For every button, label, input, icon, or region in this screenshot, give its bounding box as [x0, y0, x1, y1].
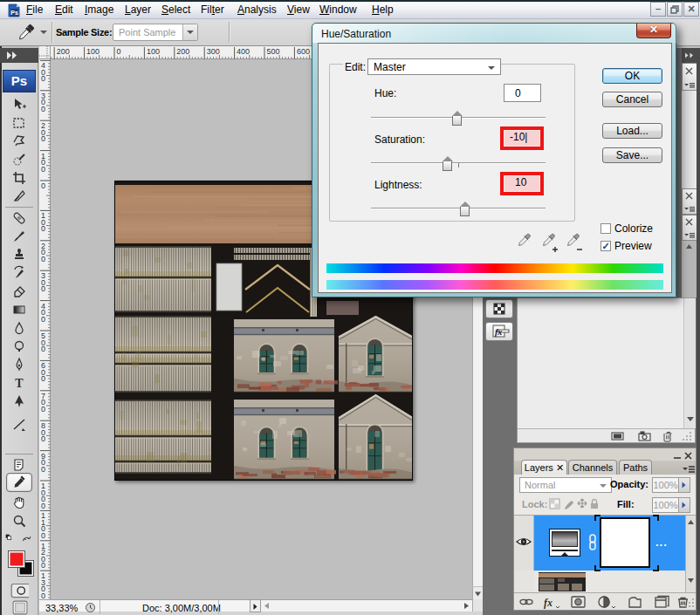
svg-text:0: 0 — [41, 374, 45, 383]
svg-text:400: 400 — [237, 47, 250, 56]
svg-text:0: 0 — [41, 74, 45, 83]
svg-text:0: 0 — [41, 224, 45, 233]
svg-text:0: 0 — [41, 405, 45, 413]
svg-text:0: 0 — [41, 502, 45, 510]
svg-text:0: 0 — [41, 465, 45, 474]
svg-text:0: 0 — [41, 434, 45, 443]
svg-text:200: 200 — [176, 47, 189, 56]
svg-text:0: 0 — [41, 315, 45, 324]
svg-text:fx: fx — [544, 597, 552, 609]
svg-text:600: 600 — [297, 47, 310, 56]
svg-text:0: 0 — [41, 345, 45, 353]
svg-text:0: 0 — [117, 47, 121, 56]
svg-text:0: 0 — [41, 531, 45, 540]
svg-text:0: 0 — [41, 165, 45, 174]
svg-text:300: 300 — [207, 47, 220, 56]
svg-text:0: 0 — [41, 105, 45, 113]
svg-text:fx: fx — [495, 327, 502, 337]
svg-text:T: T — [15, 377, 24, 390]
svg-text:0: 0 — [41, 561, 45, 570]
svg-text:0: 0 — [41, 284, 45, 293]
svg-text:0: 0 — [41, 591, 45, 599]
svg-text:Ps: Ps — [10, 10, 18, 16]
svg-text:0: 0 — [41, 181, 45, 190]
svg-text:100: 100 — [86, 47, 100, 56]
svg-text:500: 500 — [267, 47, 280, 56]
svg-text:0: 0 — [41, 255, 45, 263]
svg-text:200: 200 — [57, 47, 70, 56]
svg-text:0: 0 — [41, 134, 45, 143]
svg-text:100: 100 — [147, 47, 160, 56]
